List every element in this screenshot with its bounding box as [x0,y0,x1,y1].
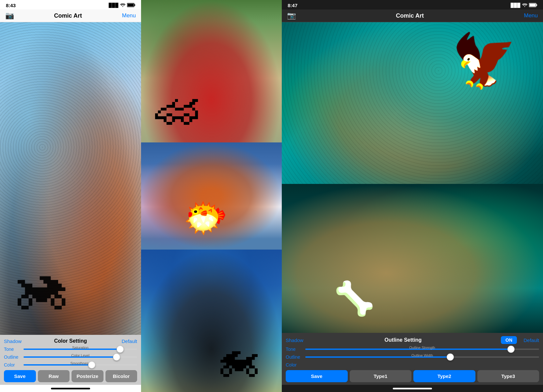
nav-title-left: Comic Art [54,12,82,19]
save-button-right[interactable]: Save [286,370,348,382]
color-level-thumb[interactable] [113,353,120,361]
svg-rect-5 [530,4,536,6]
color-level-fill [24,356,117,358]
status-bar-left: 8:43 ▉▉▉ [0,0,141,9]
outline-setting-title: Outline Setting [305,337,501,343]
outline-width-label: Outline Width [411,353,433,357]
smoothness-row: Color Smoothness [4,362,137,368]
shadow-label-right[interactable]: Shadow [286,337,305,343]
home-indicator-left [0,385,141,392]
outline-strength-fill [305,349,511,350]
smoothness-thumb[interactable] [88,361,95,368]
middle-image-stack [141,0,282,392]
toggle-on-button[interactable]: ON [501,336,517,344]
right-panel: 8:47 ▉▉▉ 📷 Comic Art Menu Shadow Outline… [282,0,543,392]
bicolor-button[interactable]: Bicolor [105,370,137,382]
type2-button[interactable]: Type2 [413,370,475,382]
color-label-left: Color [4,362,21,368]
left-panel: 8:43 ▉▉▉ 📷 Comic Art Menu Shadow Color S… [0,0,141,392]
status-time-right: 8:47 [288,3,297,8]
type1-button[interactable]: Type1 [350,370,412,382]
camera-icon-left[interactable]: 📷 [5,11,14,20]
tone-label-right: Tone [286,347,303,352]
smoothness-label: Smoothness [70,361,90,365]
menu-button-left[interactable]: Menu [122,12,136,19]
color-label-right: Color [286,362,303,368]
signal-icon-left: ▉▉▉ [109,3,119,8]
smoothness-slider[interactable]: Smoothness [24,364,137,366]
color-row-right: Color [286,362,539,368]
middle-panel [141,0,282,392]
outline-strength-thumb[interactable] [507,346,515,353]
controls-rows-right: Tone Outline Strength Outline Outline Wi… [286,347,539,368]
tone-label: Tone [4,347,21,352]
type3-button[interactable]: Type3 [477,370,539,382]
nav-bar-right: 📷 Comic Art Menu [282,9,543,22]
svg-rect-4 [536,4,537,6]
owl-image [282,22,543,184]
motorcycle-beach-image [141,250,282,392]
outline-strength-slider[interactable]: Outline Strength [305,349,539,350]
default-label-right[interactable]: Default [519,337,539,343]
fish-image [141,142,282,249]
wifi-icon-right [522,3,527,8]
color-level-row: Outline Color Level [4,354,137,360]
saturation-thumb[interactable] [117,346,124,353]
controls-header-left: Shadow Color Setting Default [4,338,137,344]
status-time-left: 8:43 [6,3,16,8]
nav-bar-left: 📷 Comic Art Menu [0,9,141,22]
driftwood-image [282,184,543,333]
posterize-button[interactable]: Posterize [72,370,104,382]
outline-label-left: Outline [4,354,21,360]
battery-icon-right [529,3,537,8]
shadow-label-left[interactable]: Shadow [4,338,24,344]
image-area-left [0,22,141,335]
menu-button-right[interactable]: Menu [524,12,538,19]
red-car-image [141,0,282,142]
status-bar-right: 8:47 ▉▉▉ [282,0,543,9]
outline-width-thumb[interactable] [447,353,454,361]
nav-title-right: Comic Art [396,12,424,19]
camera-icon-right[interactable]: 📷 [287,11,296,20]
outline-label-right: Outline [286,354,303,360]
controls-panel-right: Shadow Outline Setting ON Default Tone O… [282,333,543,385]
outline-width-row: Outline Outline Width [286,354,539,360]
color-level-label: Color Level [71,353,89,357]
motorcycle-comic-image [0,22,141,335]
controls-header-right: Shadow Outline Setting ON Default [286,336,539,344]
svg-rect-1 [135,4,136,6]
saturation-fill [24,349,120,350]
saturation-label: Saturation [72,346,88,350]
default-label-left[interactable]: Default [118,338,137,344]
raw-button[interactable]: Raw [38,370,70,382]
status-icons-left: ▉▉▉ [109,3,135,8]
bottom-buttons-left: Save Raw Posterize Bicolor [4,370,137,382]
save-button-left[interactable]: Save [4,370,36,382]
outline-strength-label: Outline Strength [409,346,435,350]
bottom-buttons-right: Save Type1 Type2 Type3 [286,370,539,382]
status-icons-right: ▉▉▉ [511,3,537,8]
outline-width-slider[interactable]: Outline Width [305,356,539,358]
color-level-slider[interactable]: Color Level [24,356,137,358]
home-indicator-right [282,385,543,392]
saturation-row: Tone Saturation [4,347,137,352]
signal-icon-right: ▉▉▉ [511,3,520,8]
battery-icon-left [127,3,135,8]
controls-rows-left: Tone Saturation Outline Color Level Colo… [4,347,137,368]
home-bar-left [51,388,90,389]
controls-panel-left: Shadow Color Setting Default Tone Satura… [0,335,141,385]
saturation-slider[interactable]: Saturation [24,349,137,350]
outline-strength-row: Tone Outline Strength [286,347,539,352]
color-setting-title: Color Setting [24,338,118,344]
home-bar-right [393,388,432,389]
svg-rect-2 [128,4,134,6]
wifi-icon-left [120,3,125,8]
